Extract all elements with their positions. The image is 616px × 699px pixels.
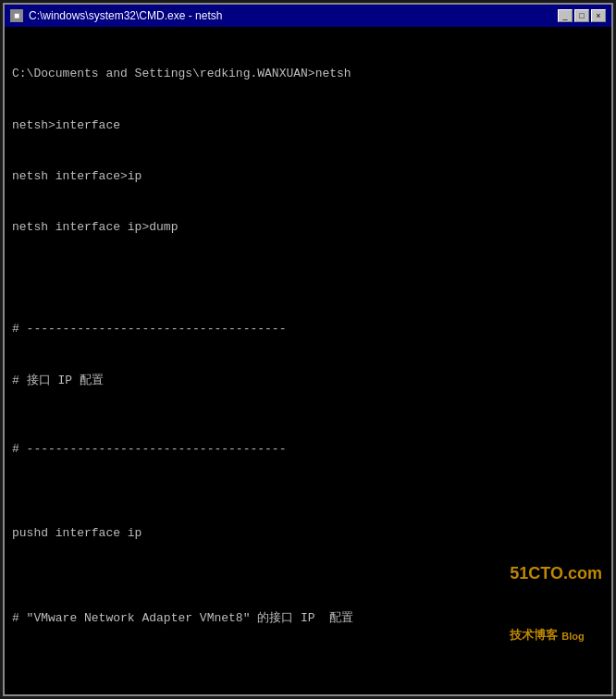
window-title: C:\windows\system32\CMD.exe - netsh bbox=[29, 9, 222, 22]
title-bar: ■ C:\windows\system32\CMD.exe - netsh _ … bbox=[5, 5, 611, 27]
cmd-window: ■ C:\windows\system32\CMD.exe - netsh _ … bbox=[3, 3, 613, 696]
title-bar-left: ■ C:\windows\system32\CMD.exe - netsh bbox=[10, 9, 222, 22]
window-icon: ■ bbox=[10, 9, 23, 22]
minimize-button[interactable]: _ bbox=[558, 9, 573, 22]
terminal-line: netsh interface>ip bbox=[12, 168, 604, 186]
terminal-line: netsh interface ip>dump bbox=[12, 219, 604, 237]
terminal-line: # 接口 IP 配置 bbox=[12, 373, 604, 390]
terminal-line: netsh>interface bbox=[12, 117, 604, 135]
watermark-line2: 技术博客 bbox=[510, 628, 558, 644]
watermark: 51CTO.com 技术博客 Blog bbox=[510, 520, 602, 687]
terminal-line: # ------------------------------------ bbox=[12, 423, 604, 459]
terminal-area: C:\Documents and Settings\redking.WANXUA… bbox=[5, 27, 611, 694]
terminal-line: C:\Documents and Settings\redking.WANXUA… bbox=[12, 66, 604, 83]
maximize-button[interactable]: □ bbox=[574, 9, 589, 22]
terminal-line: # ------------------------------------ bbox=[12, 304, 604, 339]
title-buttons: _ □ × bbox=[558, 9, 606, 22]
close-button[interactable]: × bbox=[591, 9, 606, 22]
watermark-line3: Blog bbox=[561, 630, 584, 643]
watermark-line1: 51CTO.com bbox=[510, 563, 602, 584]
